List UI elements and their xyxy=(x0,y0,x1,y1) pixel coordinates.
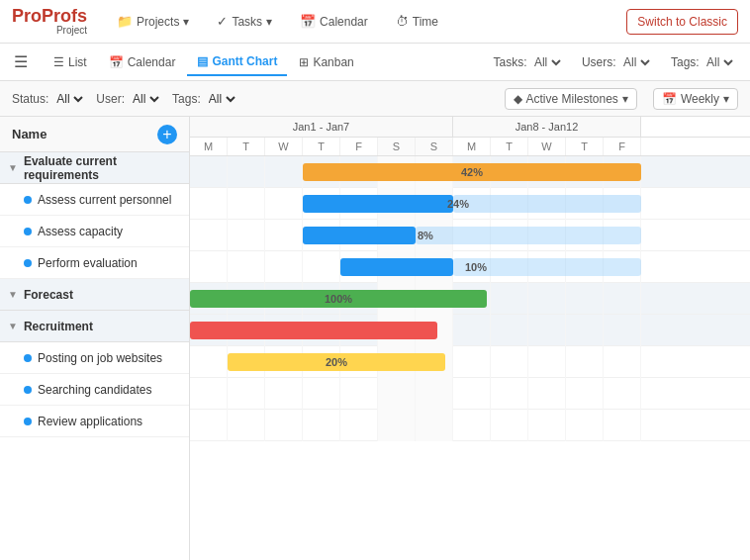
gantt-container: Name + ▼ Evaluate current requirements A… xyxy=(0,117,750,560)
gantt-cell xyxy=(604,220,641,251)
gantt-cell xyxy=(378,410,416,441)
day-labels: M T W T F S S M T W T F xyxy=(190,138,750,156)
nav-projects[interactable]: 📁 Projects ▾ xyxy=(111,10,195,33)
weekly-label: Weekly xyxy=(681,92,719,106)
gantt-cell xyxy=(378,251,416,283)
gantt-cell xyxy=(453,220,491,251)
logo-sub: Project xyxy=(12,25,87,36)
tags-filter-select2[interactable]: All xyxy=(205,91,238,107)
group-evaluate-label: Evaluate current requirements xyxy=(24,154,181,182)
nav-calendar[interactable]: 📅 Calendar xyxy=(294,10,374,33)
left-panel-header: Name + xyxy=(0,117,189,152)
tasks-filter[interactable]: Tasks: All xyxy=(488,51,570,73)
gantt-cell xyxy=(604,251,641,283)
tab-kanban[interactable]: ⊞ Kanban xyxy=(289,49,363,75)
gantt-cell xyxy=(378,188,416,220)
gantt-cell xyxy=(228,378,265,410)
gantt-cell xyxy=(528,283,566,315)
gantt-cell xyxy=(453,410,491,441)
gantt-cell xyxy=(566,251,604,283)
calendar-icon: 📅 xyxy=(300,14,316,29)
task-review-label: Review applications xyxy=(38,415,142,428)
projects-icon: 📁 xyxy=(117,14,133,29)
switch-classic-button[interactable]: Switch to Classic xyxy=(626,9,738,35)
gantt-tab-icon: ▤ xyxy=(197,54,208,68)
gantt-cell xyxy=(604,410,641,441)
gantt-cell xyxy=(228,188,265,220)
gantt-cell xyxy=(265,378,303,410)
task-dot-icon xyxy=(24,418,32,425)
tasks-icon: ✓ xyxy=(217,14,228,29)
tab-kanban-label: Kanban xyxy=(313,55,353,69)
tags-filter[interactable]: Tags: All xyxy=(665,51,742,73)
nav-time[interactable]: ⏱ Time xyxy=(390,10,444,33)
group-forecast[interactable]: ▼ Forecast xyxy=(0,279,189,311)
gantt-cell xyxy=(265,220,303,251)
calendar-tab-icon: 📅 xyxy=(109,55,124,69)
chevron-icon: ▼ xyxy=(8,289,18,300)
gantt-cell xyxy=(340,251,378,283)
gantt-cell xyxy=(453,251,491,283)
gantt-cell xyxy=(566,283,604,315)
user-filter-select[interactable]: All xyxy=(129,91,162,107)
gantt-row-forecast: 100% xyxy=(190,283,750,315)
gantt-cell xyxy=(340,378,378,410)
tab-gantt[interactable]: ▤ Gantt Chart xyxy=(187,48,287,76)
list-item: Assess capacity xyxy=(0,216,189,247)
gantt-cell xyxy=(528,156,566,188)
gantt-row-perform-evaluation: 10% xyxy=(190,251,750,283)
top-nav: ProProfs Project 📁 Projects ▾ ✓ Tasks ▾ … xyxy=(0,0,750,44)
gantt-cell xyxy=(416,283,453,315)
gantt-cell xyxy=(604,188,641,220)
users-filter[interactable]: Users: All xyxy=(576,51,659,73)
day-m2: M xyxy=(453,138,491,155)
right-panel[interactable]: Jan1 - Jan7 Jan8 - Jan12 M T W T F S S M… xyxy=(190,117,750,560)
tasks-filter-select[interactable]: All xyxy=(530,54,564,70)
nav-time-label: Time xyxy=(413,15,438,29)
gantt-cell xyxy=(303,315,340,346)
gantt-cell xyxy=(265,251,303,283)
gantt-cell xyxy=(491,283,528,315)
nav-tasks[interactable]: ✓ Tasks ▾ xyxy=(211,10,278,33)
user-filter-label: User: xyxy=(96,92,125,106)
gantt-cell xyxy=(416,220,453,251)
gantt-cell xyxy=(303,410,340,441)
weekly-chevron: ▾ xyxy=(723,92,729,106)
gantt-cell xyxy=(228,283,265,315)
gantt-cell xyxy=(528,378,566,410)
gantt-cell xyxy=(566,188,604,220)
user-filter-group: User: All xyxy=(96,91,162,107)
gantt-cell xyxy=(340,156,378,188)
gantt-cell xyxy=(378,283,416,315)
status-filter-label: Status: xyxy=(12,92,48,106)
kanban-tab-icon: ⊞ xyxy=(299,55,309,69)
users-filter-select[interactable]: All xyxy=(619,54,653,70)
tags-filter-select[interactable]: All xyxy=(703,54,736,70)
task-assess-personnel-label: Assess current personnel xyxy=(38,193,171,207)
tab-list[interactable]: ☰ List xyxy=(44,49,97,75)
tab-filters: Tasks: All Users: All Tags: All xyxy=(488,51,742,73)
gantt-cell xyxy=(528,315,566,346)
weekly-button[interactable]: 📅 Weekly ▾ xyxy=(653,88,738,110)
gantt-cell xyxy=(228,156,265,188)
milestone-chevron: ▾ xyxy=(622,92,628,106)
status-filter-select[interactable]: All xyxy=(52,91,86,107)
group-recruitment[interactable]: ▼ Recruitment xyxy=(0,311,189,342)
gantt-cell xyxy=(190,156,228,188)
gantt-row-posting: 20% xyxy=(190,346,750,378)
add-task-button[interactable]: + xyxy=(157,125,177,144)
gantt-cell xyxy=(303,378,340,410)
hamburger-icon[interactable]: ☰ xyxy=(8,47,34,77)
tab-calendar[interactable]: 📅 Calendar xyxy=(99,49,186,75)
list-icon: ☰ xyxy=(53,55,64,69)
gantt-cell xyxy=(340,346,378,378)
group-evaluate[interactable]: ▼ Evaluate current requirements xyxy=(0,152,189,184)
gantt-cell xyxy=(528,346,566,378)
gantt-cell xyxy=(265,283,303,315)
gantt-cell xyxy=(303,188,340,220)
milestone-button[interactable]: ◆ Active Milestones ▾ xyxy=(505,88,637,110)
gantt-cell xyxy=(566,220,604,251)
day-f1: F xyxy=(340,138,378,155)
day-w2: W xyxy=(528,138,566,155)
calendar-weekly-icon: 📅 xyxy=(662,92,677,106)
